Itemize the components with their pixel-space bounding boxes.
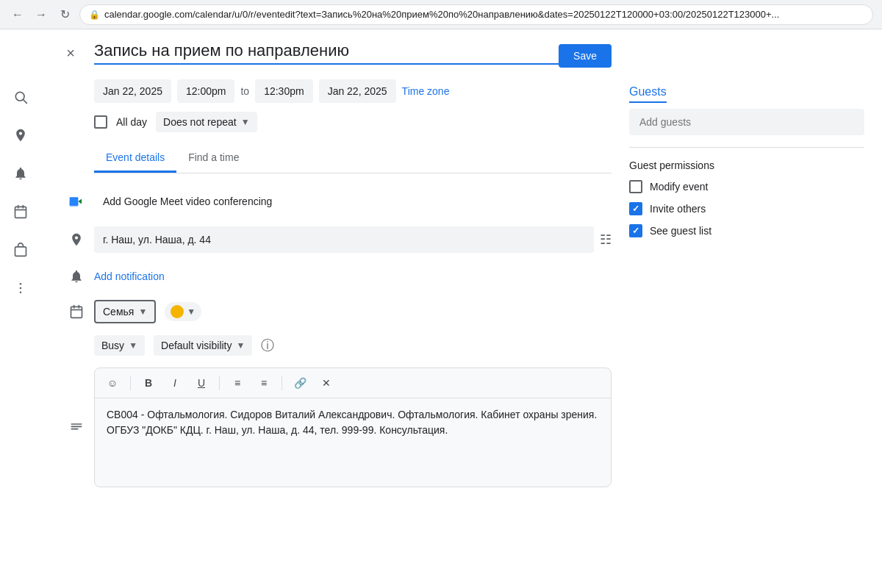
- start-date-button[interactable]: Jan 22, 2025: [94, 79, 171, 103]
- calendar-field-icon: [69, 304, 84, 319]
- permission-invite-others: Invite others: [629, 202, 864, 215]
- visibility-caret-icon: ▼: [237, 340, 245, 351]
- forward-button[interactable]: →: [32, 6, 50, 24]
- sidebar-bell-icon[interactable]: [12, 165, 29, 182]
- to-label: to: [240, 85, 249, 97]
- form-main: × Запись на прием по направлению Save Ja…: [59, 41, 612, 576]
- back-button[interactable]: ←: [9, 6, 26, 24]
- tab-event-details[interactable]: Event details: [94, 144, 176, 173]
- ordered-list-button[interactable]: ≡: [226, 371, 249, 395]
- svg-rect-12: [71, 306, 82, 318]
- see-guest-list-checkbox[interactable]: [629, 224, 642, 237]
- sidebar-bag-icon[interactable]: [12, 241, 29, 259]
- invite-others-checkbox[interactable]: [629, 202, 642, 215]
- datetime-row: Jan 22, 2025 12:00pm to 12:30pm Jan 22, …: [94, 79, 612, 103]
- permission-modify-event: Modify event: [629, 180, 864, 193]
- allday-label: All day: [116, 116, 147, 128]
- calendar-dropdown[interactable]: Семья ▼: [94, 300, 156, 323]
- italic-button[interactable]: I: [163, 371, 187, 395]
- meet-row: Add Google Meet video conferencing: [59, 188, 612, 215]
- permission-see-guest-list: See guest list: [629, 224, 864, 237]
- sidebar-search-icon[interactable]: [12, 88, 29, 106]
- busy-dropdown[interactable]: Busy ▼: [94, 335, 145, 356]
- underline-button[interactable]: U: [190, 371, 213, 395]
- busy-caret-icon: ▼: [129, 340, 137, 351]
- bold-button[interactable]: B: [137, 371, 160, 395]
- event-title: Запись на прием по направлению: [94, 41, 559, 65]
- address-bar[interactable]: 🔒 calendar.google.com/calendar/u/0/r/eve…: [79, 4, 873, 25]
- bell-icon: [59, 269, 94, 284]
- modify-event-label: Modify event: [650, 181, 708, 193]
- color-circle: [171, 305, 184, 318]
- calendar-row: Семья ▼ ▼: [59, 300, 612, 323]
- start-time-button[interactable]: 12:00pm: [177, 79, 234, 103]
- save-button[interactable]: Save: [559, 44, 612, 68]
- location-row: ☷: [59, 226, 612, 253]
- notification-row: Add notification: [59, 265, 612, 288]
- svg-point-8: [20, 287, 22, 290]
- sidebar-menu-icon[interactable]: [12, 279, 29, 297]
- modify-event-checkbox[interactable]: [629, 180, 642, 193]
- editor-toolbar: ☺ B I U ≡ ≡ 🔗 ✕: [95, 368, 611, 398]
- map-icon[interactable]: ☷: [600, 232, 612, 248]
- guests-section: Guests: [629, 85, 864, 148]
- meet-icon-container: [59, 191, 94, 212]
- add-notification-link[interactable]: Add notification: [94, 265, 165, 288]
- repeat-dropdown[interactable]: Does not repeat ▼: [156, 112, 257, 132]
- emoji-button[interactable]: ☺: [101, 371, 124, 395]
- color-caret-icon: ▼: [187, 306, 196, 317]
- end-time-button[interactable]: 12:30pm: [255, 79, 312, 103]
- visibility-label: Default visibility: [161, 340, 232, 351]
- svg-rect-6: [15, 247, 26, 257]
- address-icon: 🔒: [89, 10, 100, 20]
- end-date-button[interactable]: Jan 22, 2025: [319, 79, 396, 103]
- location-input-wrap: ☷: [94, 226, 612, 253]
- tab-find-time[interactable]: Find a time: [176, 144, 251, 173]
- tabs-row: Event details Find a time: [94, 144, 612, 173]
- form-sidebar: Guests Guest permissions Modify event In…: [629, 41, 864, 576]
- help-icon[interactable]: ⓘ: [261, 337, 274, 354]
- svg-rect-2: [15, 207, 26, 218]
- calendar-icon: [59, 304, 94, 319]
- reload-button[interactable]: ↻: [56, 6, 74, 24]
- browser-bar: ← → ↻ 🔒 calendar.google.com/calendar/u/0…: [0, 0, 882, 29]
- toolbar-divider-3: [282, 376, 282, 390]
- calendar-caret-icon: ▼: [138, 306, 147, 317]
- link-button[interactable]: 🔗: [288, 371, 312, 395]
- svg-point-9: [20, 292, 22, 294]
- repeat-caret-icon: ▼: [241, 117, 250, 127]
- location-input[interactable]: [94, 226, 594, 253]
- add-guests-input[interactable]: [629, 109, 864, 135]
- close-title-row: × Запись на прием по направлению: [59, 41, 559, 65]
- description-lines-icon: [69, 420, 84, 435]
- sidebar-location-icon[interactable]: [12, 126, 29, 144]
- guests-title: Guests: [629, 85, 667, 103]
- unordered-list-button[interactable]: ≡: [252, 371, 276, 395]
- timezone-link[interactable]: Time zone: [402, 85, 450, 97]
- description-body[interactable]: СВ004 - Офтальмология. Сидоров Виталий А…: [95, 398, 611, 487]
- meet-logo-icon: [66, 191, 87, 212]
- desc-icon: [59, 420, 94, 435]
- description-editor: ☺ B I U ≡ ≡ 🔗 ✕ СВ004 - Офтальмология. С…: [94, 368, 612, 487]
- meet-text: Add Google Meet video conferencing: [103, 196, 272, 207]
- close-button[interactable]: ×: [59, 41, 82, 65]
- sidebar-calendar-icon[interactable]: [12, 203, 29, 220]
- permissions-title: Guest permissions: [629, 159, 864, 171]
- repeat-label: Does not repeat: [163, 116, 237, 128]
- toolbar-divider-2: [219, 376, 220, 390]
- status-controls: Busy ▼ Default visibility ▼ ⓘ: [94, 335, 274, 356]
- address-text: calendar.google.com/calendar/u/0/r/event…: [104, 9, 779, 20]
- location-icon: [59, 232, 94, 247]
- color-dropdown[interactable]: ▼: [165, 302, 201, 321]
- allday-checkbox[interactable]: [94, 115, 107, 129]
- permissions-section: Guest permissions Modify event Invite ot…: [629, 159, 864, 237]
- side-icons: [0, 29, 41, 588]
- visibility-dropdown[interactable]: Default visibility ▼: [154, 335, 252, 356]
- calendar-controls: Семья ▼ ▼: [94, 300, 201, 323]
- event-form: × Запись на прием по направлению Save Ja…: [41, 29, 882, 588]
- toolbar-divider-1: [130, 376, 131, 390]
- svg-line-1: [24, 100, 27, 104]
- see-guest-list-label: See guest list: [650, 225, 711, 237]
- meet-button[interactable]: Add Google Meet video conferencing: [94, 188, 281, 215]
- remove-format-button[interactable]: ✕: [315, 371, 338, 395]
